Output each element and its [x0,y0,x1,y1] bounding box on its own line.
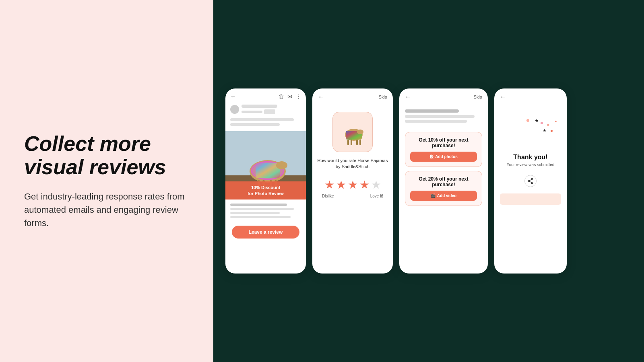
add-photos-button[interactable]: 🖼 Add photos [410,152,477,162]
media-nav: ← Skip [399,88,488,104]
rating-card: ← Skip [312,88,393,274]
svg-line-23 [530,179,532,181]
media-body: Get 10% off your next purchase! 🖼 Add ph… [399,104,488,274]
rating-question: How would you rate Horse Pajamas by Sadd… [312,158,393,170]
dislike-label: Dislike [322,194,334,198]
confetti-star-4: ★ [555,120,557,123]
confetti-dot-1 [541,122,543,124]
confetti-dot-3 [526,119,529,122]
thankyou-pink-bar [500,193,561,205]
media-back-icon[interactable]: ← [405,93,411,101]
subject-line1 [230,118,294,121]
star-2[interactable]: ★ [336,178,346,191]
email-card: ← 🗑 ✉ ⋮ [225,88,306,274]
headline: Collect more visual reviews [24,132,189,178]
date-skeleton [242,111,262,113]
media-card: ← Skip Get 10% off your next purchase! 🖼… [399,88,488,274]
star-3[interactable]: ★ [348,178,358,191]
add-video-button[interactable]: 🎬 Add video [410,191,477,201]
confetti-star-1: ★ [535,118,539,123]
share-button[interactable] [524,175,537,187]
svg-point-14 [357,130,363,134]
stars-row[interactable]: ★ ★ ★ ★ ★ [312,178,393,191]
email-meta [225,102,306,117]
svg-rect-16 [351,140,352,145]
thankyou-card: ← ★ ★ ★ ★ Thank you! Your review was sub… [494,88,567,274]
email-header: ← 🗑 ✉ ⋮ [225,88,306,102]
media-skel-2 [405,115,475,118]
media-skel-1 [405,109,459,113]
subject-line2 [230,123,280,126]
product-image [332,112,373,152]
product-horse-svg [334,114,371,150]
thankyou-back-icon[interactable]: ← [500,93,506,101]
email-image: 10% Discount for Photo Review [225,131,306,200]
svg-line-22 [530,181,532,183]
discount-badge: 10% Discount for Photo Review [225,181,306,200]
svg-rect-17 [356,140,358,145]
tag-skeleton [264,109,275,114]
body-skel-1 [230,204,287,206]
svg-point-21 [531,182,533,184]
svg-rect-5 [256,163,280,178]
rating-back-icon[interactable]: ← [318,93,324,101]
confetti-star-2: ★ [547,123,549,127]
star-1[interactable]: ★ [324,178,334,191]
email-body-skeletons [225,200,306,224]
leave-review-button[interactable]: Leave a review [232,226,299,239]
svg-point-19 [531,178,533,180]
body-skel-2 [230,208,294,210]
star-5[interactable]: ★ [371,178,381,191]
confetti-star-3: ★ [543,128,547,133]
rating-nav: ← Skip [312,88,393,104]
dislike-love-labels: Dislike Love it! [312,194,393,198]
thankyou-body: ★ ★ ★ ★ Thank you! Your review was submi… [494,104,567,274]
image-icon: 🖼 [429,154,433,159]
star-4[interactable]: ★ [359,178,369,191]
share-svg [527,178,534,184]
photo-offer-title: Get 10% off your next purchase! [410,137,477,148]
svg-point-20 [528,180,530,182]
rating-skip-button[interactable]: Skip [379,95,387,99]
video-icon: 🎬 [431,193,436,198]
media-skel-3 [405,120,467,123]
confetti-dot-2 [551,130,553,132]
mail-icon: ✉ [287,93,292,100]
email-subject [225,117,306,131]
left-panel: Collect more visual reviews Get industry… [0,0,213,362]
thankyou-nav: ← [494,88,567,104]
more-icon: ⋮ [295,93,301,100]
avatar [230,105,239,114]
trash-icon: 🗑 [279,93,284,100]
media-skeleton-lines [405,109,482,125]
svg-rect-15 [347,140,349,145]
media-skip-button[interactable]: Skip [474,95,482,99]
svg-rect-18 [359,140,361,145]
right-panel: ← 🗑 ✉ ⋮ [213,0,644,362]
video-offer-box: Get 20% off your next purchase! 🎬 Add vi… [405,171,482,206]
back-icon: ← [230,93,236,100]
video-offer-title: Get 20% off your next purchase! [410,176,477,187]
body-skel-3 [230,212,280,214]
photo-offer-box: Get 10% off your next purchase! 🖼 Add ph… [405,132,482,167]
body-text: Get industry-leading response rates from… [24,190,189,230]
svg-point-6 [276,161,287,169]
confetti-area: ★ ★ ★ ★ [494,116,567,164]
love-label: Love it! [370,194,383,198]
body-skel-4 [230,216,291,218]
sender-skeleton [242,105,277,108]
